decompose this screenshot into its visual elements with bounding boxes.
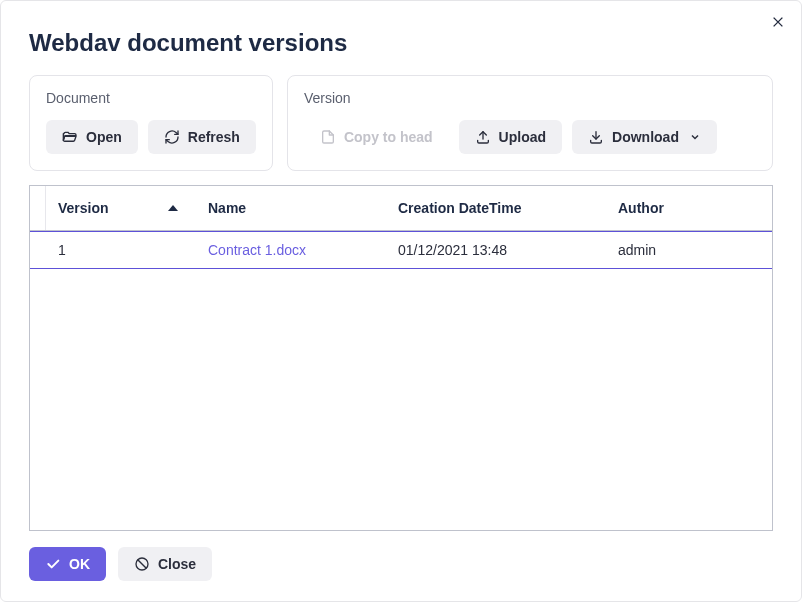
download-button[interactable]: Download xyxy=(572,120,717,154)
folder-open-icon xyxy=(62,129,78,145)
cell-created: 01/12/2021 13:48 xyxy=(386,232,606,268)
cell-name[interactable]: Contract 1.docx xyxy=(196,232,386,268)
version-panel-title: Version xyxy=(304,90,756,106)
column-header-author[interactable]: Author xyxy=(606,186,772,230)
document-buttons: Open Refresh xyxy=(46,120,256,154)
dialog-title: Webdav document versions xyxy=(29,29,773,57)
table-row[interactable]: 1 Contract 1.docx 01/12/2021 13:48 admin xyxy=(30,231,772,269)
ok-button-label: OK xyxy=(69,556,90,572)
dialog: Webdav document versions Document Open R… xyxy=(0,0,802,602)
document-panel-title: Document xyxy=(46,90,256,106)
cancel-icon xyxy=(134,556,150,572)
upload-icon xyxy=(475,129,491,145)
header-gutter xyxy=(30,186,46,230)
column-header-created-label: Creation DateTime xyxy=(398,200,521,216)
column-header-name-label: Name xyxy=(208,200,246,216)
file-icon xyxy=(320,129,336,145)
version-buttons: Copy to head Upload Download xyxy=(304,120,756,154)
column-header-name[interactable]: Name xyxy=(196,186,386,230)
cell-author: admin xyxy=(606,232,772,268)
sort-asc-icon xyxy=(168,205,178,211)
version-panel: Version Copy to head Upload xyxy=(287,75,773,171)
versions-table: Version Name Creation DateTime Author 1 … xyxy=(29,185,773,531)
panels-row: Document Open Refresh Version xyxy=(29,75,773,171)
table-body: 1 Contract 1.docx 01/12/2021 13:48 admin xyxy=(30,231,772,530)
close-icon[interactable] xyxy=(769,13,787,31)
download-button-label: Download xyxy=(612,129,679,145)
open-button[interactable]: Open xyxy=(46,120,138,154)
row-gutter xyxy=(30,232,46,268)
dialog-footer: OK Close xyxy=(29,547,773,581)
refresh-button[interactable]: Refresh xyxy=(148,120,256,154)
copy-to-head-button: Copy to head xyxy=(304,120,449,154)
close-button[interactable]: Close xyxy=(118,547,212,581)
refresh-button-label: Refresh xyxy=(188,129,240,145)
close-button-label: Close xyxy=(158,556,196,572)
column-header-version[interactable]: Version xyxy=(46,186,196,230)
column-header-author-label: Author xyxy=(618,200,664,216)
upload-button[interactable]: Upload xyxy=(459,120,562,154)
refresh-icon xyxy=(164,129,180,145)
ok-button[interactable]: OK xyxy=(29,547,106,581)
column-header-version-label: Version xyxy=(58,200,109,216)
document-panel: Document Open Refresh xyxy=(29,75,273,171)
check-icon xyxy=(45,556,61,572)
table-header: Version Name Creation DateTime Author xyxy=(30,186,772,231)
cell-version: 1 xyxy=(46,232,196,268)
download-icon xyxy=(588,129,604,145)
chevron-down-icon xyxy=(689,131,701,143)
copy-to-head-label: Copy to head xyxy=(344,129,433,145)
open-button-label: Open xyxy=(86,129,122,145)
upload-button-label: Upload xyxy=(499,129,546,145)
column-header-created[interactable]: Creation DateTime xyxy=(386,186,606,230)
